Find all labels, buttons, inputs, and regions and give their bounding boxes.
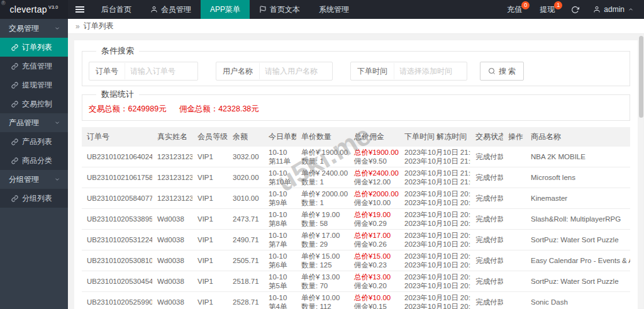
cell-member-level: VIP1 bbox=[192, 188, 228, 209]
cell-price-qty: 单价¥ 13.00数量: 70 bbox=[296, 271, 349, 292]
breadcrumb-label: 订单列表 bbox=[84, 21, 114, 31]
topbar: ® clevertap V3.0 后台首页 会员管理 APP菜单 首页文本 系统… bbox=[0, 0, 644, 19]
search-form: 订单号 用户名称 下单时间 搜 索 bbox=[89, 62, 623, 81]
sidebar-group-label: 产品管理 bbox=[9, 118, 39, 128]
cell-balance: 3020.00 bbox=[228, 167, 264, 188]
link-icon bbox=[11, 138, 18, 145]
cell-order-no: UB2310102058407746 bbox=[82, 188, 152, 209]
sidebar-item-产品列表[interactable]: 产品列表 bbox=[0, 132, 68, 151]
sidebar-group-分组管理[interactable]: 分组管理 bbox=[0, 170, 68, 189]
nav-item-label: 首页文本 bbox=[270, 4, 300, 15]
cell-product-name: SortPuz: Water Sort Puzzle bbox=[526, 271, 630, 292]
total-amount-stat: 交易总额：6249989元 bbox=[89, 104, 167, 115]
cell-member-level: VIP1 bbox=[192, 230, 228, 250]
refresh-icon bbox=[571, 6, 579, 14]
nav-item-home-text[interactable]: 首页文本 bbox=[250, 0, 309, 19]
hamburger-menu-icon[interactable] bbox=[68, 0, 92, 19]
cell-operation bbox=[503, 188, 526, 209]
col-order-no: 订单号 bbox=[82, 127, 152, 147]
nav-item-label: 后台首页 bbox=[101, 4, 131, 15]
cell-product-name: Easy Calendar Pro - Events & Appointment… bbox=[526, 250, 630, 271]
col-member-level: 会员等级 bbox=[192, 127, 228, 147]
col-price-qty: 单价数量 bbox=[296, 127, 349, 147]
cell-total-commission: 总价¥13.00佣金¥0.20 bbox=[349, 271, 399, 292]
sidebar-item-交易控制[interactable]: 交易控制 bbox=[0, 94, 68, 113]
nav-item-system[interactable]: 系统管理 bbox=[309, 0, 358, 19]
recharge-label: 充值 bbox=[507, 4, 522, 15]
table-row: UB2310102106175808 123123123 VIP1 3020.0… bbox=[82, 167, 630, 188]
cell-order-time: 2023年10月10日 20:53:082023年10月10日 20:54:09 bbox=[399, 250, 470, 271]
sidebar-item-提现管理[interactable]: 提现管理 bbox=[0, 76, 68, 94]
cell-price-qty: 单价¥ 2400.00数量: 1 bbox=[296, 167, 349, 188]
cell-total-commission: 总价¥17.00佣金¥0.26 bbox=[349, 230, 399, 250]
sidebar-item-分组列表[interactable]: 分组列表 bbox=[0, 189, 68, 208]
cell-status: 完成付款 bbox=[470, 147, 503, 167]
nav-item-home[interactable]: 后台首页 bbox=[92, 0, 141, 19]
cell-order-no: UB2310102053081087 bbox=[82, 250, 152, 271]
username-label: 用户名称 bbox=[216, 66, 259, 77]
nav-item-label: APP菜单 bbox=[210, 4, 240, 15]
order-time-label: 下单时间 bbox=[351, 66, 394, 77]
sidebar-item-商品分类[interactable]: 商品分类 bbox=[0, 151, 68, 170]
breadcrumb: » 订单列表 bbox=[68, 19, 644, 34]
cell-real-name: Wd0038 bbox=[152, 292, 192, 309]
order-time-input[interactable] bbox=[394, 63, 467, 79]
search-fieldset: 条件搜索 订单号 用户名称 下单时间 搜 索 bbox=[82, 45, 630, 86]
stats-line: 交易总额：6249989元 佣金总额：42328.38元 bbox=[89, 104, 623, 115]
cell-balance: 2505.71 bbox=[228, 250, 264, 271]
sidebar-item-充值管理[interactable]: 充值管理 bbox=[0, 57, 68, 76]
cell-order-no: UB2310102053045491 bbox=[82, 271, 152, 292]
username-field-group: 用户名称 bbox=[216, 62, 333, 81]
recharge-link[interactable]: 充值 0 bbox=[498, 0, 531, 19]
cell-balance: 3010.00 bbox=[228, 188, 264, 209]
link-icon bbox=[11, 195, 18, 202]
cell-balance: 2518.71 bbox=[228, 271, 264, 292]
topbar-right: 充值 0 提现 1 admin bbox=[498, 0, 644, 19]
chevron-down-icon bbox=[54, 176, 60, 183]
withdraw-link[interactable]: 提现 1 bbox=[531, 0, 564, 19]
order-no-label: 订单号 bbox=[89, 66, 125, 77]
cell-status: 完成付款 bbox=[470, 167, 503, 188]
sidebar-group-产品管理[interactable]: 产品管理 bbox=[0, 113, 68, 132]
link-icon bbox=[11, 63, 18, 70]
cell-status: 完成付款 bbox=[470, 271, 503, 292]
cell-member-level: VIP1 bbox=[192, 271, 228, 292]
sidebar-group-label: 交易管理 bbox=[9, 23, 39, 34]
table-row: UB2310102052599019 Wd0038 VIP1 2528.71 1… bbox=[82, 292, 630, 309]
table-row: UB2310102106402433 123123123 VIP1 3032.0… bbox=[82, 147, 630, 167]
sidebar-item-label: 充值管理 bbox=[22, 61, 52, 72]
stats-legend: 数据统计 bbox=[96, 89, 139, 100]
col-product-name: 商品名称 bbox=[526, 127, 630, 147]
cell-order-time: 2023年10月10日 20:52:592023年10月10日 20:54:00 bbox=[399, 292, 470, 309]
stats-fieldset: 数据统计 交易总额：6249989元 佣金总额：42328.38元 bbox=[82, 89, 630, 121]
refresh-button[interactable] bbox=[564, 0, 587, 19]
sidebar-item-label: 商品分类 bbox=[22, 155, 52, 166]
cell-real-name: Wd0038 bbox=[152, 250, 192, 271]
cell-real-name: Wd0038 bbox=[152, 271, 192, 292]
breadcrumb-arrow-icon: » bbox=[75, 22, 80, 31]
sidebar-group-交易管理[interactable]: 交易管理 bbox=[0, 19, 68, 38]
cell-order-no: UB2310102106175808 bbox=[82, 167, 152, 188]
nav-item-app-menu[interactable]: APP菜单 bbox=[201, 0, 250, 19]
search-button[interactable]: 搜 索 bbox=[480, 62, 524, 81]
sidebar-group-label: 分组管理 bbox=[9, 174, 39, 185]
cell-operation bbox=[503, 209, 526, 230]
hamburger-bars bbox=[75, 5, 84, 14]
col-real-name: 真实姓名 bbox=[152, 127, 192, 147]
order-no-input[interactable] bbox=[125, 63, 197, 79]
col-operation: 操作 bbox=[503, 127, 526, 147]
col-order-time: 下单时间 解冻时间 bbox=[399, 127, 470, 147]
col-today-orders: 今日单数 bbox=[264, 127, 296, 147]
order-time-field-group: 下单时间 bbox=[350, 62, 467, 81]
sidebar-item-label: 产品列表 bbox=[22, 137, 52, 147]
admin-dropdown[interactable]: admin bbox=[587, 0, 644, 19]
nav-item-members[interactable]: 会员管理 bbox=[141, 0, 201, 19]
username-input[interactable] bbox=[259, 63, 332, 79]
cell-status: 完成付款 bbox=[470, 209, 503, 230]
scrollbar-thumb[interactable] bbox=[639, 36, 643, 118]
cell-order-time: 2023年10月10日 21:06:172023年10月10日 21:07:31 bbox=[399, 167, 470, 188]
cell-status: 完成付款 bbox=[470, 188, 503, 209]
cell-balance: 2473.71 bbox=[228, 209, 264, 230]
cell-product-name: NBA 2K MOBILE bbox=[526, 147, 630, 167]
sidebar-item-订单列表[interactable]: 订单列表 bbox=[0, 38, 68, 57]
